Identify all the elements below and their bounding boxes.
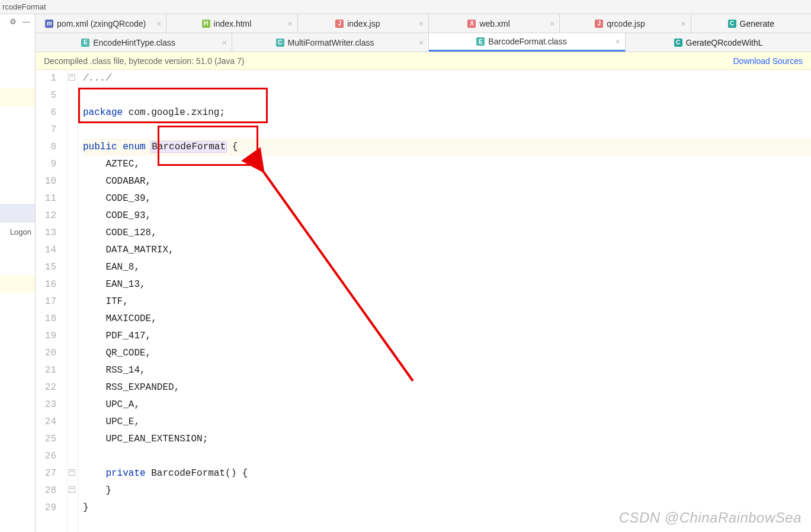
line-number: 26 (36, 448, 56, 465)
tab-multiformatwriter[interactable]: C MultiFormatWriter.class × (232, 33, 429, 52)
code-comment: /.../ (83, 73, 111, 84)
tab-index-jsp[interactable]: J index.jsp × (298, 14, 429, 33)
panel-toolbar: ⚙ — (0, 14, 35, 28)
main-layout: ⚙ — Logon m pom.xml (zxingQRcode) × H in… (0, 14, 811, 532)
line-number: 17 (36, 293, 56, 310)
gear-icon[interactable]: ⚙ (9, 17, 17, 26)
download-sources-link[interactable]: Download Sources (733, 56, 803, 66)
enum-value: ITF, (105, 296, 128, 307)
xml-icon: X (467, 20, 476, 28)
line-number: 12 (36, 207, 56, 225)
tab-label: GerateQRcodeWithL (686, 38, 763, 47)
code-editor[interactable]: 1 5 6 7 8 9 10 11 12 13 14 15 16 17 18 1… (36, 70, 811, 532)
tab-label: index.html (214, 19, 252, 28)
line-number: 7 (36, 121, 56, 139)
tab-qrcode-jsp[interactable]: J qrcode.jsp × (560, 14, 691, 33)
enum-value: CODE_93, (105, 210, 151, 221)
close-icon[interactable]: × (616, 37, 620, 46)
keyword-private: private (105, 468, 145, 479)
tab-generate[interactable]: C Generate (691, 14, 811, 33)
tab-label: MultiFormatWriter.class (288, 38, 374, 47)
tab-label: EncodeHintType.class (93, 38, 175, 47)
line-number: 21 (36, 362, 56, 379)
enum-value: RSS_14, (105, 365, 145, 376)
enum-value: QR_CODE, (105, 348, 151, 358)
tab-barcodeformat[interactable]: E BarcodeFormat.class × (429, 33, 626, 52)
constructor: BarcodeFormat() { (146, 468, 248, 479)
keyword-package: package (83, 107, 123, 118)
banner-text: Decompiled .class file, bytecode version… (44, 56, 245, 66)
tab-label: Generate (740, 19, 774, 28)
line-number: 13 (36, 225, 56, 242)
line-number: 9 (36, 156, 56, 173)
tab-gerateqrcode[interactable]: C GerateQRcodeWithL (626, 33, 811, 52)
brace-close: } (83, 485, 111, 496)
line-number: 16 (36, 276, 56, 293)
watermark: CSDN @ChinaRainbowSea (619, 509, 802, 526)
editor-tabs-row1: m pom.xml (zxingQRcode) × H index.html ×… (36, 14, 811, 33)
enum-value: MAXICODE, (105, 313, 156, 324)
line-number: 10 (36, 173, 56, 190)
line-number: 15 (36, 259, 56, 276)
line-number: 8 (36, 139, 56, 156)
class-icon: C (674, 39, 682, 47)
close-icon[interactable]: × (419, 39, 424, 47)
enum-value: UPC_E, (105, 416, 140, 427)
keyword-enum: enum (117, 142, 152, 152)
line-number: 24 (36, 414, 56, 431)
class-icon: E (476, 37, 485, 46)
tab-pom-xml[interactable]: m pom.xml (zxingQRcode) × (36, 14, 166, 33)
enum-name: BarcodeFormat (150, 141, 227, 153)
close-icon[interactable]: × (287, 20, 292, 28)
editor-area: m pom.xml (zxingQRcode) × H index.html ×… (36, 14, 811, 532)
tab-index-html[interactable]: H index.html × (166, 14, 297, 33)
line-number: 19 (36, 328, 56, 345)
html-icon: H (202, 20, 210, 28)
fold-collapse-icon[interactable]: − (69, 469, 75, 476)
fold-collapse-icon[interactable]: − (69, 486, 75, 493)
tab-web-xml[interactable]: X web.xml × (429, 14, 560, 33)
line-number: 25 (36, 431, 56, 448)
fold-column: + − − (68, 70, 78, 532)
minimize-icon[interactable]: — (23, 17, 30, 26)
maven-icon: m (45, 20, 53, 28)
enum-value: CODE_128, (105, 227, 156, 238)
enum-value: EAN_13, (105, 279, 145, 290)
close-icon[interactable]: × (156, 20, 161, 28)
enum-value: CODABAR, (105, 176, 151, 187)
window-title-text: rcodeFormat (2, 2, 46, 11)
tab-label: pom.xml (zxingQRcode) (57, 19, 146, 28)
jsp-icon: J (335, 20, 344, 28)
line-number: 23 (36, 396, 56, 414)
class-icon: C (728, 20, 736, 28)
line-number: 20 (36, 345, 56, 362)
brace-open: { (226, 142, 238, 152)
keyword-public: public (83, 142, 117, 152)
enum-value: PDF_417, (105, 331, 151, 341)
decompiled-banner: Decompiled .class file, bytecode version… (36, 52, 811, 70)
enum-value: UPC_A, (105, 399, 140, 410)
code-content[interactable]: /.../ package com.google.zxing; public e… (78, 70, 811, 532)
panel-highlight (0, 88, 35, 107)
tab-label: BarcodeFormat.class (488, 37, 566, 46)
line-number: 28 (36, 482, 56, 499)
close-icon[interactable]: × (681, 20, 685, 28)
line-number: 27 (36, 465, 56, 482)
fold-expand-icon[interactable]: + (69, 74, 75, 81)
panel-highlight (0, 275, 35, 293)
tab-label: qrcode.jsp (607, 19, 645, 28)
panel-selection (0, 204, 35, 223)
project-panel: ⚙ — Logon (0, 14, 36, 532)
line-gutter: 1 5 6 7 8 9 10 11 12 13 14 15 16 17 18 1… (36, 70, 68, 532)
close-icon[interactable]: × (222, 39, 227, 47)
close-icon[interactable]: × (550, 20, 554, 28)
enum-value: EAN_8, (105, 262, 140, 273)
line-number: 6 (36, 104, 56, 121)
close-icon[interactable]: × (419, 20, 424, 28)
tab-encodehint[interactable]: E EncodeHintType.class × (36, 33, 232, 52)
class-icon: C (276, 39, 284, 47)
panel-item-text[interactable]: Logon (10, 227, 31, 236)
line-number: 11 (36, 190, 56, 207)
enum-value: AZTEC, (105, 159, 140, 169)
window-title: rcodeFormat (0, 0, 811, 14)
